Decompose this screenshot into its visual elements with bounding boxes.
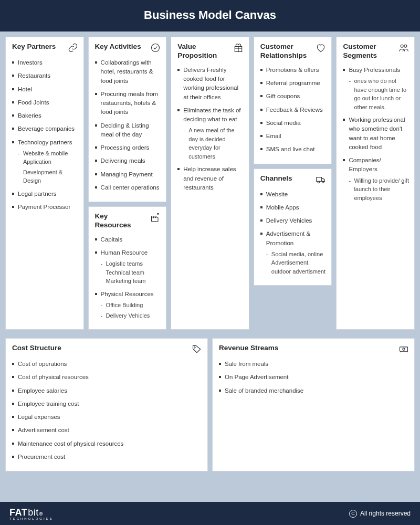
gift-icon [233, 43, 244, 53]
list-item: Feedback & Reviews [260, 106, 327, 114]
box-customer-relationships: Customer Relationships Promotions & offe… [254, 37, 332, 164]
svg-rect-8 [400, 347, 408, 351]
item-list: Busy Professionalsones who do not have e… [343, 66, 409, 202]
list-item: Sale from meals [219, 360, 409, 369]
sub-item: A new meal of the day is decided everyda… [183, 126, 244, 161]
money-icon [398, 344, 409, 354]
list-item: Social media [260, 119, 327, 128]
sub-item: Logistic teams Technical team Marketing … [101, 259, 161, 286]
box-title: Customer Relationships [260, 43, 308, 60]
svg-point-3 [318, 181, 320, 183]
sub-item: Development & Design [18, 168, 78, 185]
list-item: Promotions & offers [260, 66, 327, 75]
list-item: Maintenance cost of physical resources [12, 439, 202, 448]
factory-icon [150, 212, 161, 223]
list-item: Legal partners [12, 190, 78, 198]
list-item: Delivery Vehicles [260, 216, 327, 225]
page-footer: FATbit® TECHNOLOGIES C All rights reserv… [0, 502, 420, 525]
list-item: Legal expenses [12, 413, 202, 422]
box-title: Key Resources [95, 212, 142, 230]
box-value-proposition: Value Proposition Delivers Freshly cooke… [171, 37, 249, 330]
copyright-icon: C [349, 510, 357, 518]
box-title: Revenue Streams [219, 344, 278, 353]
heart-icon [316, 43, 326, 53]
box-key-resources: Key Resources CapitalsHuman ResourceLogi… [88, 206, 167, 330]
canvas-grid: Key Partners InvestorsRestaurantsHotelFo… [0, 32, 420, 338]
item-list: Cost of operationsCost of physical resou… [12, 360, 202, 461]
list-item: Cost of physical resources [12, 373, 202, 382]
list-item: Investors [12, 58, 78, 67]
list-item: Gift coupons [260, 92, 327, 101]
box-cost-structure: Cost Structure Cost of operationsCost of… [5, 338, 208, 471]
item-list: Promotions & offersReferral programmeGif… [260, 66, 327, 154]
page-header: Business Model Canvas [0, 0, 420, 32]
list-item: Technology partnersWebsite & mobile Appl… [12, 138, 78, 185]
truck-icon [316, 174, 326, 185]
list-item: Bakeries [12, 111, 78, 120]
box-revenue-streams: Revenue Streams Sale from mealsOn Page A… [212, 338, 415, 471]
list-item: Beverage companies [12, 124, 78, 133]
link-icon [68, 43, 78, 53]
item-list: Sale from mealsOn Page AdvertisementSale… [219, 360, 409, 395]
column-2: Key Activities Collaboratings with hotel… [88, 37, 167, 330]
list-item: Hotel [12, 85, 78, 94]
item-list: InvestorsRestaurantsHotelFood JointsBake… [12, 58, 78, 212]
list-item: Food Joints [12, 98, 78, 107]
list-item: Mobile Apps [260, 203, 327, 212]
list-item: Deciding & Listing meal of the day [95, 121, 161, 140]
rights-text: C All rights reserved [349, 510, 411, 518]
list-item: Managing Payment [95, 170, 161, 179]
list-item: Website [260, 190, 327, 199]
list-item: Restaurants [12, 71, 78, 80]
list-item: Capitals [95, 235, 161, 244]
sub-item: Office Building [101, 301, 161, 310]
list-item: Sale of branded merchandise [219, 386, 409, 395]
list-item: Advertisement cost [12, 426, 202, 435]
list-item: On Page Advertisement [219, 373, 409, 382]
svg-point-5 [401, 45, 403, 47]
page-title: Business Model Canvas [0, 8, 420, 22]
list-item: Email [260, 132, 327, 141]
box-channels: Channels WebsiteMobile AppsDelivery Vehi… [254, 169, 332, 286]
registered-icon: ® [39, 511, 43, 517]
list-item: Help increase sales and revenue of resta… [177, 165, 244, 192]
list-item: Companies/ EmployersWilling to provide/ … [343, 156, 409, 202]
list-item: Procuring meals from restaurants, hotels… [95, 90, 161, 117]
list-item: Employee training cost [12, 400, 202, 408]
brand-logo: FATbit® TECHNOLOGIES [9, 507, 54, 520]
list-item: Delivers Freshly cooked food for working… [177, 66, 244, 102]
list-item: Employee salaries [12, 386, 202, 395]
list-item: Busy Professionalsones who do not have e… [343, 66, 409, 111]
list-item: Procurement cost [12, 453, 202, 461]
box-title: Value Proposition [177, 43, 225, 60]
list-item: SMS and live chat [260, 145, 327, 154]
list-item: Payment Processor [12, 203, 78, 212]
sub-item: Website & mobile Application [18, 149, 78, 166]
svg-point-0 [152, 44, 160, 52]
svg-rect-2 [317, 177, 322, 181]
list-item: Processing orders [95, 143, 161, 152]
checkmark-circle-icon [150, 43, 161, 53]
sub-item: Willing to provide/ gift launch to their… [349, 176, 409, 203]
brand-thin: bit [28, 507, 39, 518]
item-list: Delivers Freshly cooked food for working… [177, 66, 244, 192]
column-4: Customer Relationships Promotions & offe… [254, 37, 332, 330]
box-title: Channels [260, 174, 292, 183]
box-title: Cost Structure [12, 344, 61, 353]
list-item: Human ResourceLogistic teams Technical t… [95, 248, 161, 286]
brand-subtitle: TECHNOLOGIES [9, 517, 54, 520]
list-item: Delivering meals [95, 156, 161, 165]
price-tag-icon [192, 344, 202, 354]
box-key-partners: Key Partners InvestorsRestaurantsHotelFo… [5, 37, 84, 330]
list-item: Working professional who sometime don't … [343, 116, 409, 152]
box-title: Customer Segments [343, 43, 390, 60]
list-item: Call center operations [95, 183, 161, 192]
svg-point-6 [404, 45, 407, 47]
item-list: WebsiteMobile AppsDelivery VehiclesAdver… [260, 190, 327, 276]
bottom-row: Cost Structure Cost of operationsCost of… [0, 338, 420, 476]
svg-point-9 [403, 348, 405, 350]
list-item: Physical ResourcesOffice BuildingDeliver… [95, 290, 161, 320]
box-customer-segments: Customer Segments Busy Professionalsones… [336, 37, 415, 330]
list-item: Advertisement & PromotionSocial media, o… [260, 229, 327, 276]
svg-point-4 [322, 181, 324, 183]
